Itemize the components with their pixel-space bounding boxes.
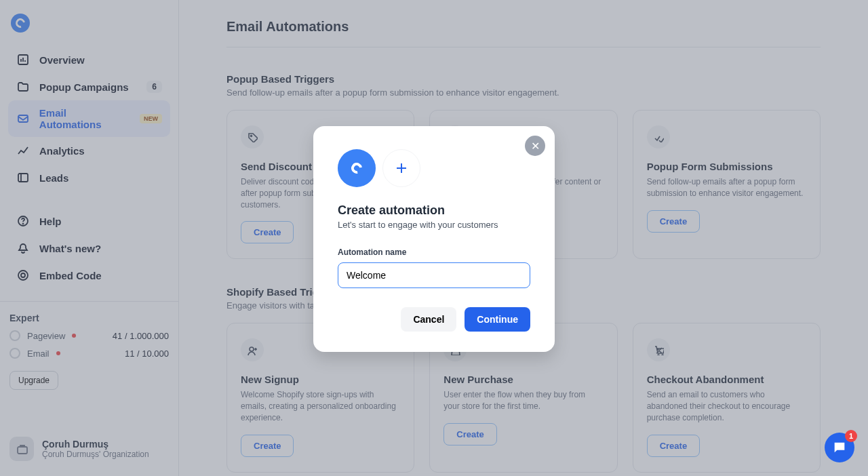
modal-title: Create automation <box>338 203 530 218</box>
app-logo-icon <box>338 149 376 187</box>
continue-button[interactable]: Continue <box>465 307 530 332</box>
notification-badge: 1 <box>845 430 857 442</box>
intercom-launcher[interactable]: 1 <box>825 433 854 462</box>
modal-overlay[interactable]: ✕ Create automation Let's start to engag… <box>0 0 868 476</box>
automation-name-input[interactable] <box>338 262 530 288</box>
close-button[interactable]: ✕ <box>525 136 545 156</box>
cancel-button[interactable]: Cancel <box>401 307 456 332</box>
create-automation-modal: ✕ Create automation Let's start to engag… <box>313 126 555 352</box>
chat-icon <box>832 440 847 455</box>
plus-icon <box>382 149 420 187</box>
close-icon: ✕ <box>531 140 540 153</box>
modal-icons <box>338 149 530 187</box>
input-label: Automation name <box>338 247 530 257</box>
modal-subtitle: Let's start to engage with your customer… <box>338 220 530 230</box>
